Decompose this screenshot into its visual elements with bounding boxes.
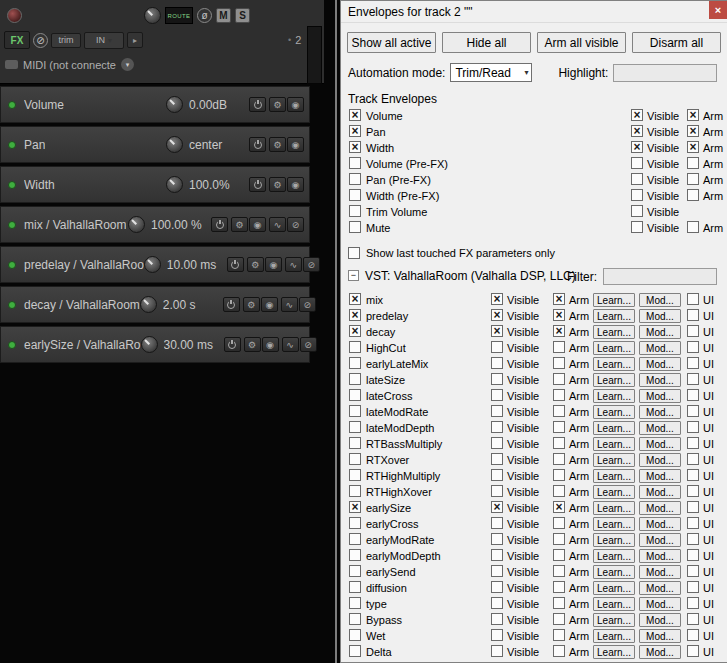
phase-button[interactable]: ø bbox=[197, 8, 212, 23]
arm-checkbox[interactable] bbox=[553, 533, 565, 545]
lane-mode-button[interactable]: ◉ bbox=[287, 177, 304, 192]
arm-checkbox[interactable]: × bbox=[687, 141, 699, 153]
arm-checkbox[interactable] bbox=[553, 565, 565, 577]
learn-button[interactable]: Learn... bbox=[593, 613, 635, 627]
arm-checkbox[interactable]: × bbox=[553, 309, 565, 321]
param-active-checkbox[interactable]: × bbox=[349, 501, 361, 513]
route-button[interactable]: ROUTE bbox=[165, 7, 193, 24]
lane-knob[interactable] bbox=[141, 336, 158, 353]
lane-bypass-button[interactable]: ⊘ bbox=[287, 217, 304, 232]
lane-bypass-button[interactable]: ⊘ bbox=[300, 337, 317, 352]
visible-checkbox[interactable] bbox=[491, 597, 503, 609]
ui-checkbox[interactable] bbox=[687, 533, 699, 545]
lane-knob[interactable] bbox=[128, 216, 145, 233]
ui-checkbox[interactable] bbox=[687, 501, 699, 513]
arm-checkbox[interactable] bbox=[553, 437, 565, 449]
arm-checkbox[interactable]: × bbox=[687, 109, 699, 121]
ui-checkbox[interactable] bbox=[687, 405, 699, 417]
arm-checkbox[interactable] bbox=[553, 389, 565, 401]
filter-input[interactable] bbox=[603, 268, 717, 285]
param-active-checkbox[interactable] bbox=[349, 565, 361, 577]
trim-button[interactable]: trim bbox=[51, 33, 81, 48]
ui-checkbox[interactable] bbox=[687, 469, 699, 481]
ui-checkbox[interactable] bbox=[687, 613, 699, 625]
envelope-active-checkbox[interactable] bbox=[349, 189, 361, 201]
route-arrow-icon[interactable]: ▸ bbox=[127, 32, 143, 48]
arm-checkbox[interactable] bbox=[553, 629, 565, 641]
arm-checkbox[interactable] bbox=[553, 597, 565, 609]
visible-checkbox[interactable] bbox=[631, 173, 643, 185]
arm-checkbox[interactable] bbox=[553, 421, 565, 433]
track-volume-knob[interactable] bbox=[144, 7, 161, 24]
visible-checkbox[interactable]: × bbox=[631, 109, 643, 121]
arm-checkbox[interactable]: × bbox=[553, 293, 565, 305]
learn-button[interactable]: Learn... bbox=[593, 405, 635, 419]
param-active-checkbox[interactable] bbox=[349, 485, 361, 497]
mod-button[interactable]: Mod... bbox=[639, 421, 681, 435]
arm-checkbox[interactable] bbox=[553, 373, 565, 385]
mod-button[interactable]: Mod... bbox=[639, 629, 681, 643]
param-active-checkbox[interactable] bbox=[349, 373, 361, 385]
ui-checkbox[interactable] bbox=[687, 293, 699, 305]
mod-button[interactable]: Mod... bbox=[639, 565, 681, 579]
param-active-checkbox[interactable] bbox=[349, 421, 361, 433]
mod-button[interactable]: Mod... bbox=[639, 373, 681, 387]
mod-button[interactable]: Mod... bbox=[639, 501, 681, 515]
lane-settings-button[interactable]: ⚙ bbox=[244, 337, 261, 352]
visible-checkbox[interactable] bbox=[491, 645, 503, 657]
mod-button[interactable]: Mod... bbox=[639, 293, 681, 307]
close-icon[interactable]: × bbox=[709, 1, 727, 19]
param-active-checkbox[interactable]: × bbox=[349, 309, 361, 321]
learn-button[interactable]: Learn... bbox=[593, 645, 635, 659]
ui-checkbox[interactable] bbox=[687, 437, 699, 449]
ui-checkbox[interactable] bbox=[687, 517, 699, 529]
arm-checkbox[interactable] bbox=[687, 221, 699, 233]
lane-power-button[interactable] bbox=[249, 97, 266, 112]
learn-button[interactable]: Learn... bbox=[593, 293, 635, 307]
param-active-checkbox[interactable] bbox=[349, 405, 361, 417]
learn-button[interactable]: Learn... bbox=[593, 485, 635, 499]
collapse-icon[interactable]: − bbox=[348, 270, 359, 281]
lane-power-button[interactable] bbox=[224, 337, 241, 352]
learn-button[interactable]: Learn... bbox=[593, 533, 635, 547]
learn-button[interactable]: Learn... bbox=[593, 389, 635, 403]
midi-input-label[interactable]: MIDI (not connecte bbox=[23, 59, 116, 71]
param-active-checkbox[interactable]: × bbox=[349, 293, 361, 305]
param-active-checkbox[interactable] bbox=[349, 613, 361, 625]
arm-checkbox[interactable] bbox=[553, 405, 565, 417]
learn-button[interactable]: Learn... bbox=[593, 453, 635, 467]
visible-checkbox[interactable]: × bbox=[491, 501, 503, 513]
arm-checkbox[interactable] bbox=[553, 357, 565, 369]
mod-button[interactable]: Mod... bbox=[639, 469, 681, 483]
lane-settings-button[interactable]: ⚙ bbox=[247, 257, 264, 272]
lane-mode-button[interactable]: ◉ bbox=[249, 217, 266, 232]
mod-button[interactable]: Mod... bbox=[639, 613, 681, 627]
arm-checkbox[interactable] bbox=[553, 645, 565, 657]
param-active-checkbox[interactable] bbox=[349, 357, 361, 369]
learn-button[interactable]: Learn... bbox=[593, 565, 635, 579]
learn-button[interactable]: Learn... bbox=[593, 469, 635, 483]
arm-checkbox[interactable]: × bbox=[687, 125, 699, 137]
ui-checkbox[interactable] bbox=[687, 565, 699, 577]
learn-button[interactable]: Learn... bbox=[593, 421, 635, 435]
lane-settings-button[interactable]: ⚙ bbox=[243, 297, 260, 312]
lane-power-button[interactable] bbox=[211, 217, 228, 232]
lane-bypass-button[interactable]: ⊘ bbox=[299, 297, 316, 312]
visible-checkbox[interactable]: × bbox=[631, 125, 643, 137]
mod-button[interactable]: Mod... bbox=[639, 437, 681, 451]
lane-knob[interactable] bbox=[140, 296, 157, 313]
learn-button[interactable]: Learn... bbox=[593, 597, 635, 611]
param-active-checkbox[interactable] bbox=[349, 517, 361, 529]
param-active-checkbox[interactable] bbox=[349, 581, 361, 593]
param-active-checkbox[interactable] bbox=[349, 453, 361, 465]
arm-checkbox[interactable] bbox=[687, 189, 699, 201]
mod-button[interactable]: Mod... bbox=[639, 549, 681, 563]
visible-checkbox[interactable]: × bbox=[491, 309, 503, 321]
visible-checkbox[interactable] bbox=[491, 485, 503, 497]
visible-checkbox[interactable] bbox=[491, 373, 503, 385]
arm-checkbox[interactable] bbox=[553, 517, 565, 529]
record-arm-button[interactable] bbox=[7, 8, 22, 23]
param-active-checkbox[interactable] bbox=[349, 341, 361, 353]
lane-settings-button[interactable]: ⚙ bbox=[269, 97, 286, 112]
visible-checkbox[interactable]: × bbox=[631, 141, 643, 153]
